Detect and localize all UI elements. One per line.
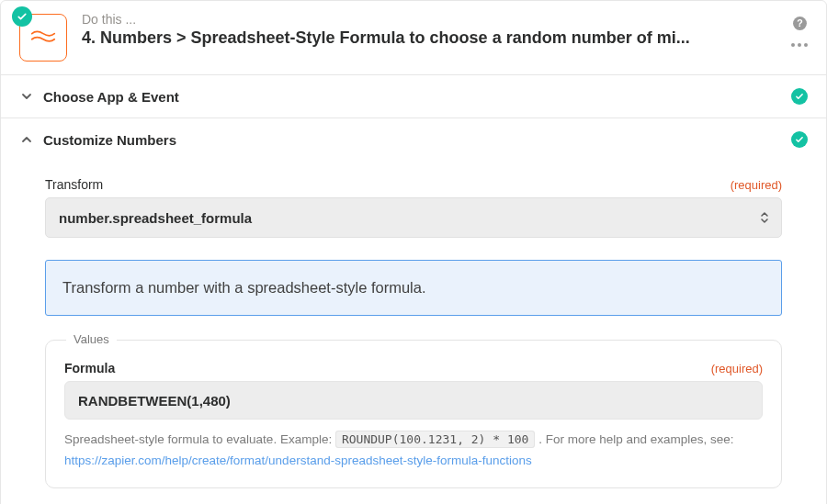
transform-required: (required): [731, 178, 782, 192]
status-check-icon: [791, 88, 808, 105]
section-choose-title: Choose App & Event: [43, 89, 791, 105]
step-kicker: Do this ...: [82, 12, 780, 27]
formula-label: Formula: [64, 361, 115, 375]
transform-label: Transform: [45, 177, 103, 192]
step-title: 4. Numbers > Spreadsheet-Style Formula t…: [82, 28, 780, 48]
formula-required: (required): [711, 362, 763, 375]
more-menu-icon[interactable]: [791, 43, 808, 47]
section-customize-numbers[interactable]: Customize Numbers: [1, 118, 826, 161]
step-card: Do this ... 4. Numbers > Spreadsheet-Sty…: [0, 0, 827, 504]
chevron-down-icon: [19, 89, 34, 104]
select-arrows-icon: [761, 211, 768, 224]
transform-select[interactable]: number.spreadsheet_formula: [45, 197, 782, 238]
formula-help-link[interactable]: https://zapier.com/help/create/format/un…: [64, 452, 532, 471]
transform-description-banner: Transform a number with a spreadsheet-st…: [45, 260, 782, 316]
values-fieldset: Values Formula (required) RANDBETWEEN(1,…: [45, 340, 782, 488]
values-legend: Values: [66, 332, 117, 346]
customize-body: Transform (required) number.spreadsheet_…: [1, 161, 826, 504]
help-icon[interactable]: ?: [792, 16, 808, 34]
step-header: Do this ... 4. Numbers > Spreadsheet-Sty…: [1, 1, 826, 75]
section-choose-app-event[interactable]: Choose App & Event: [1, 75, 826, 118]
formula-example-code: ROUNDUP(100.1231, 2) * 100: [335, 431, 536, 448]
svg-text:?: ?: [797, 17, 802, 28]
status-check-icon: [12, 6, 32, 27]
formula-value: RANDBETWEEN(1,480): [78, 393, 231, 409]
formula-helper-text: Spreadsheet-style formula to evaluate. E…: [64, 431, 763, 471]
section-customize-title: Customize Numbers: [43, 132, 791, 148]
chevron-up-icon: [19, 132, 34, 147]
status-check-icon: [791, 131, 808, 148]
transform-value: number.spreadsheet_formula: [59, 210, 252, 226]
formula-input[interactable]: RANDBETWEEN(1,480): [64, 381, 763, 420]
